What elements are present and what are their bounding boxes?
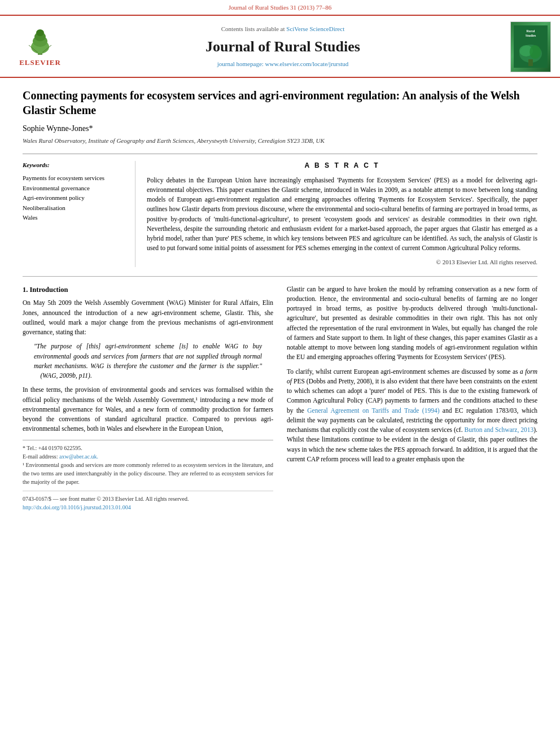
body-col-right: Glastir can be argued to have broken the…	[287, 285, 537, 512]
blockquote: "The purpose of [this] agri-environment …	[34, 342, 262, 381]
body-col-left: 1. Introduction On May 5th 2009 the Wels…	[23, 285, 273, 512]
journal-cover-image: Rural Studies	[510, 21, 551, 72]
article-title: Connecting payments for ecosystem servic…	[23, 88, 537, 117]
svg-text:Rural: Rural	[527, 29, 535, 33]
footer-doi-link[interactable]: http://dx.doi.org/10.1016/j.jrurstud.201…	[23, 504, 131, 510]
elsevier-tree-icon	[18, 25, 63, 56]
journal-title-main: Journal of Rural Studies	[71, 36, 495, 58]
keywords-column: Keywords: Payments for ecosystem service…	[23, 161, 135, 267]
keyword-5: Wales	[23, 213, 124, 223]
svg-rect-13	[528, 59, 533, 66]
header-right: Rural Studies	[495, 21, 551, 72]
keywords-title: Keywords:	[23, 161, 124, 170]
body-para-2: In these terms, the provision of environ…	[23, 385, 273, 434]
gatt-link: General Agreement on Tariffs and Trade (…	[307, 407, 439, 414]
header-center: Contents lists available at SciVerse Sci…	[71, 25, 495, 69]
header-left: ELSEVIER	[9, 25, 71, 68]
abstract-text: Policy debates in the European Union hav…	[147, 176, 537, 254]
keyword-1: Payments for ecosystem services	[23, 173, 124, 184]
footer-issn: 0743-0167/$ — see front matter © 2013 El…	[23, 495, 273, 503]
affiliation: Wales Rural Observatory, Institute of Ge…	[23, 137, 537, 146]
footnote-email-link[interactable]: axw@aber.ac.uk.	[59, 453, 98, 460]
author-name: Sophie Wynne-Jones*	[23, 123, 537, 134]
footnote-1: ¹ Environmental goods and services are m…	[23, 461, 273, 486]
sciverse-line: Contents lists available at SciVerse Sci…	[71, 25, 495, 34]
svg-point-4	[36, 29, 44, 36]
journal-ref-bar: Journal of Rural Studies 31 (2013) 77–86	[0, 0, 560, 16]
section-divider	[23, 276, 537, 277]
main-content: Connecting payments for ecosystem servic…	[0, 78, 560, 523]
section-1-title: 1. Introduction	[23, 285, 273, 295]
keyword-2: Environmental governance	[23, 184, 124, 194]
footnote-star: * Tel.: +44 01970 622595.	[23, 444, 273, 452]
copyright-line: © 2013 Elsevier Ltd. All rights reserved…	[147, 258, 537, 267]
footer-bar: 0743-0167/$ — see front matter © 2013 El…	[23, 491, 273, 512]
body-para-right-2: To clarify, whilst current European agri…	[287, 367, 537, 465]
body-para-1: On May 5th 2009 the Welsh Assembly Gover…	[23, 298, 273, 337]
elsevier-label: ELSEVIER	[19, 58, 61, 68]
journal-ref-text: Journal of Rural Studies 31 (2013) 77–86	[229, 4, 332, 11]
burton-link: Burton and Schwarz, 2013	[464, 426, 533, 433]
abstract-column: A B S T R A C T Policy debates in the Eu…	[135, 161, 537, 267]
abstract-heading: A B S T R A C T	[147, 161, 537, 171]
keyword-4: Neoliberalisation	[23, 203, 124, 213]
body-para-right-1: Glastir can be argued to have broken the…	[287, 285, 537, 362]
sciverse-link[interactable]: SciVerse ScienceDirect	[286, 25, 344, 32]
journal-homepage: journal homepage: www.elsevier.com/locat…	[71, 60, 495, 69]
elsevier-logo: ELSEVIER	[9, 25, 71, 68]
keyword-3: Agri-environment policy	[23, 193, 124, 203]
footnotes-section: * Tel.: +44 01970 622595. E-mail address…	[23, 440, 273, 486]
footnote-email: E-mail address: axw@aber.ac.uk.	[23, 452, 273, 461]
page: Journal of Rural Studies 31 (2013) 77–86…	[0, 0, 560, 747]
body-columns: 1. Introduction On May 5th 2009 the Wels…	[23, 285, 537, 512]
svg-point-12	[530, 45, 541, 59]
keywords-abstract-section: Keywords: Payments for ecosystem service…	[23, 154, 537, 267]
svg-text:Studies: Studies	[526, 34, 536, 37]
journal-header: ELSEVIER Contents lists available at Sci…	[0, 16, 560, 78]
